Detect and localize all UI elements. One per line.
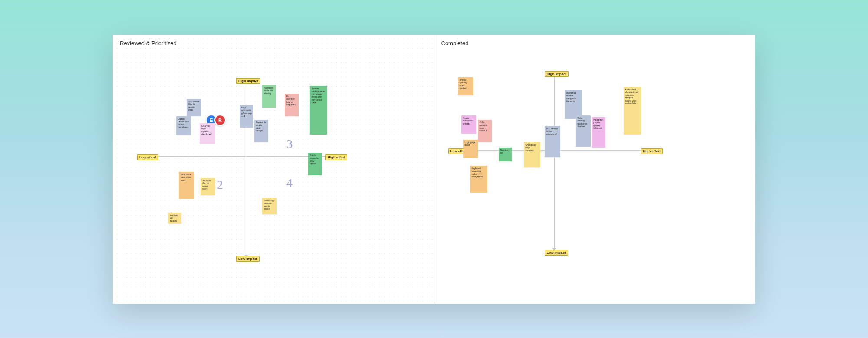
axis-label-top: High impact (236, 78, 260, 84)
sticky-note[interactable]: Add search filter to results page (187, 99, 201, 116)
sticky-note[interactable]: Color contrast fixes round 1 (478, 120, 492, 142)
sticky-note[interactable]: Small copy pass on empty states (262, 198, 277, 214)
hand-annotation: 4 (286, 176, 293, 190)
axis-label-right: High effort (326, 154, 347, 160)
sticky-note[interactable]: End-to-end checkout flow redesign shippe… (624, 87, 641, 135)
sticky-note[interactable]: Doc: design review process v2 (545, 126, 560, 157)
sticky-note[interactable]: Keyboard focus ring styles everywhere (470, 166, 487, 193)
avatar[interactable]: R (214, 115, 226, 126)
sticky-note[interactable]: Update header nav to new brand spec (176, 116, 191, 135)
sticky-note[interactable]: New onboarding flow step 1–3 (240, 105, 253, 128)
axis-label-bottom: Low impact (236, 256, 260, 262)
axis-label-bottom: Low impact (545, 250, 568, 256)
axis-label-top: High impact (545, 71, 569, 77)
sticky-note[interactable]: Typography scale update rolled out (592, 117, 605, 148)
panel-title-right: Completed (441, 40, 469, 46)
sticky-note[interactable]: Unified spacing scale applied (458, 77, 473, 95)
sticky-note[interactable]: Rework settings panel into tabbed layout… (310, 86, 327, 135)
panel-reviewed-prioritized[interactable]: Reviewed & Prioritized High impact Low i… (113, 35, 434, 304)
whiteboard[interactable]: Reviewed & Prioritized High impact Low i… (113, 35, 755, 304)
panel-completed[interactable]: Completed High impact Low impact Low eff… (434, 35, 756, 304)
hand-annotation: 3 (286, 137, 293, 151)
axis-label-left: Low effort (137, 154, 158, 160)
sticky-note[interactable]: Dark mode color token audit (179, 172, 194, 199)
axis-vertical (554, 75, 555, 249)
panel-title-left: Reviewed & Prioritized (120, 40, 177, 46)
sticky-note[interactable]: New icon set (499, 148, 512, 161)
sticky-note[interactable]: Reworked sidebar navigation hierarchy (565, 90, 582, 119)
axis-label-right: High effort (641, 148, 663, 154)
sticky-note[interactable]: Archive old boards (168, 213, 181, 224)
hand-annotation: 2 (217, 178, 223, 192)
sticky-note[interactable]: Avatar component shipped (461, 115, 476, 134)
sticky-note[interactable]: Login page polish (463, 140, 478, 158)
sticky-note[interactable]: Add team invite link sharing (262, 85, 276, 108)
sticky-note[interactable]: Token naming guidelines finalised (576, 115, 591, 147)
sticky-note[interactable]: Changelog page template (524, 142, 540, 167)
sticky-note[interactable]: Clean up legacy styles in dashboard (200, 123, 215, 144)
sticky-note[interactable]: Shortcuts doc for power users (201, 178, 215, 195)
sticky-note[interactable]: Batch export to CSV option (308, 153, 322, 175)
sticky-note[interactable]: Review list empty state design (254, 120, 268, 142)
sticky-note[interactable]: Fix overflow bug on long titles (285, 94, 299, 116)
